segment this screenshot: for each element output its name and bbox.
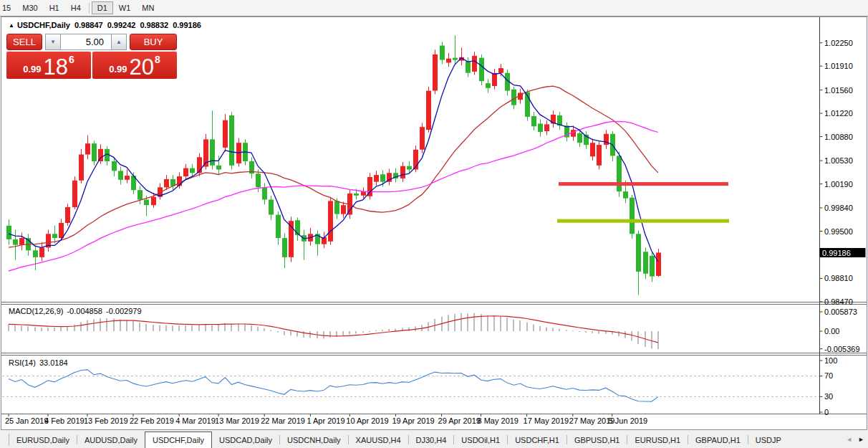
- rsi-axis-label: 30: [824, 392, 833, 401]
- volume-increase-button[interactable]: ▲: [111, 34, 127, 50]
- collapse-triangle-icon: ▲: [9, 22, 14, 29]
- date-axis-label: 22 Feb 2019: [130, 416, 174, 425]
- rsi-axis-label: 100: [824, 356, 837, 365]
- macd-indicator-label: MACD(12,26,9)-0.004858-0.002979: [9, 307, 142, 315]
- price-axis-label: 1.01560: [824, 86, 853, 95]
- chart-window[interactable]: 1.022501.019101.015601.012201.008801.005…: [0, 16, 868, 431]
- tab-bar-tabs: EURUSD,DailyAUDUSD,DailyUSDCHF,DailyUSDC…: [9, 432, 789, 448]
- tab-EURUSD-Daily[interactable]: EURUSD,Daily: [9, 433, 77, 447]
- date-axis-label: 29 Apr 2019: [438, 416, 481, 425]
- buy-price-point: 8: [155, 54, 160, 65]
- tab-USDCHF-H1[interactable]: USDCHF,H1: [508, 433, 566, 447]
- ohlc-open: 0.98847: [74, 21, 103, 29]
- volume-decrease-button[interactable]: ▼: [45, 34, 61, 50]
- toolbar-separator: [89, 3, 90, 14]
- level-line-0: [559, 182, 728, 186]
- date-axis-label: 10 Apr 2019: [346, 416, 388, 425]
- tab-USDCHF-Daily[interactable]: USDCHF,Daily: [145, 432, 212, 448]
- date-axis-label: 8 May 2019: [478, 416, 519, 425]
- tab-USDOil-H1[interactable]: USDOil,H1: [454, 433, 507, 447]
- one-click-trade-widget: SELL ▼ 5.00 ▲ BUY 0.99 18 6 0.99 20 8: [6, 34, 177, 79]
- macd-axis-label: -0.005369: [824, 345, 860, 353]
- tab-USDJP[interactable]: USDJP: [748, 433, 789, 447]
- tab-scroll-right-icon[interactable]: ►: [858, 436, 864, 443]
- tab-AUDUSD-Daily[interactable]: AUDUSD,Daily: [77, 433, 145, 447]
- sell-price-point: 6: [69, 54, 74, 65]
- buy-price-pips: 20: [130, 55, 154, 79]
- rsi-indicator-label: RSI(14)33.0184: [9, 358, 68, 367]
- timeframe-button-W1[interactable]: W1: [113, 1, 137, 14]
- timeframe-button-D1[interactable]: D1: [92, 1, 113, 14]
- rsi-value: 33.0184: [39, 358, 68, 367]
- ohlc-close: 0.99186: [173, 21, 201, 29]
- tab-bar-spacer: [0, 434, 9, 446]
- date-axis-label: 13 Mar 2019: [215, 416, 259, 425]
- sell-price-prefix: 0.99: [23, 64, 41, 75]
- rsi-name: RSI(14): [9, 358, 36, 367]
- rsi-axis-label: 70: [824, 371, 833, 380]
- tab-scroll-buttons: ◄ ►: [843, 431, 868, 448]
- chart-tab-bar: EURUSD,DailyAUDUSD,DailyUSDCHF,DailyUSDC…: [0, 431, 868, 448]
- tab-EURUSD-H1[interactable]: EURUSD,H1: [627, 433, 688, 447]
- tab-XAUUSD-H4[interactable]: XAUUSD,H4: [349, 433, 408, 447]
- macd-axis-label: 0.00: [824, 327, 839, 335]
- mt4-application: 15M30H1H4D1W1MN 1.022501.019101.015601.0…: [0, 0, 868, 448]
- chart-title: ▲USDCHF,Daily0.988470.992420.988320.9918…: [9, 21, 201, 29]
- tab-scroll-left-icon[interactable]: ◄: [846, 436, 852, 443]
- sell-button[interactable]: SELL: [6, 34, 42, 50]
- ohlc-high: 0.99242: [107, 21, 136, 29]
- macd-value-signal: -0.002979: [106, 307, 142, 315]
- tab-GBPAUD-H1[interactable]: GBPAUD,H1: [688, 433, 748, 447]
- macd-name: MACD(12,26,9): [9, 307, 63, 315]
- date-axis-label: 19 Apr 2019: [392, 416, 434, 425]
- buy-button[interactable]: BUY: [130, 34, 177, 50]
- price-axis-label: 1.00880: [824, 133, 853, 141]
- date-axis-label: 4 Feb 2019: [44, 416, 85, 425]
- tab-GBPUSD-H1[interactable]: GBPUSD,H1: [567, 433, 627, 447]
- date-axis-label: 5 Jun 2019: [609, 416, 647, 425]
- buy-price-panel[interactable]: 0.99 20 8: [92, 52, 177, 79]
- date-axis-label: 1 Apr 2019: [307, 416, 344, 425]
- macd-axis-label: 0.005873: [824, 308, 857, 316]
- price-axis-label: 0.99500: [824, 227, 853, 236]
- date-axis-label: 17 May 2019: [524, 416, 569, 425]
- tab-USDCNH-Daily[interactable]: USDCNH,Daily: [280, 433, 348, 447]
- sell-price-pips: 18: [44, 55, 68, 79]
- ohlc-low: 0.98832: [140, 21, 168, 29]
- price-axis-label: 0.99840: [824, 204, 853, 212]
- price-axis-label: 0.98470: [824, 297, 853, 306]
- current-price-text: 0.99186: [822, 249, 851, 257]
- price-axis-label: 1.01220: [824, 109, 853, 118]
- price-axis-label: 1.00530: [824, 156, 853, 165]
- volume-input[interactable]: 5.00: [61, 34, 111, 50]
- date-axis-label: 13 Feb 2019: [84, 416, 128, 425]
- buy-price-prefix: 0.99: [109, 64, 127, 75]
- date-axis-label: 25 Jan 2019: [5, 416, 49, 425]
- price-axis-label: 1.02250: [824, 39, 853, 47]
- timeframe-button-H4[interactable]: H4: [65, 1, 87, 14]
- date-axis-label: 4 Mar 2019: [175, 416, 216, 425]
- date-axis-label: 22 Mar 2019: [261, 416, 305, 425]
- tab-DJ30-H4[interactable]: DJ30,H4: [409, 433, 454, 447]
- chart-symbol-label: USDCHF,Daily: [17, 21, 70, 29]
- rsi-axis-label: 0: [824, 408, 829, 416]
- timeframe-button-MN[interactable]: MN: [136, 1, 160, 14]
- tab-USDCAD-Daily[interactable]: USDCAD,Daily: [212, 433, 279, 447]
- price-axis-label: 0.98810: [824, 274, 853, 282]
- level-line-1: [557, 219, 729, 223]
- timeframe-button-15[interactable]: 15: [0, 1, 16, 14]
- price-axis-label: 1.01910: [824, 62, 853, 70]
- timeframe-button-H1[interactable]: H1: [44, 1, 65, 14]
- timeframe-button-M30[interactable]: M30: [16, 1, 43, 14]
- sell-price-panel[interactable]: 0.99 18 6: [6, 52, 91, 79]
- macd-value-main: -0.004858: [67, 307, 102, 315]
- price-axis-label: 1.00190: [824, 180, 853, 189]
- timeframe-toolbar: 15M30H1H4D1W1MN: [0, 0, 868, 16]
